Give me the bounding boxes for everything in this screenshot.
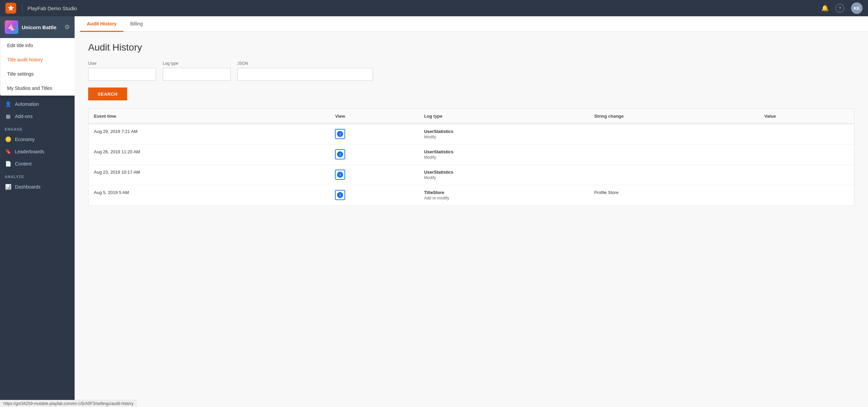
user-avatar[interactable]: KE [851, 2, 863, 14]
info-button[interactable]: i [335, 170, 345, 180]
game-title: Unicorn Battle [22, 24, 64, 30]
cell-log-type: UserStatistics Modify [419, 165, 589, 185]
table-row: Aug 5, 2019 5 AM i TitleStore Add or mod… [88, 185, 854, 206]
cell-string-change [589, 124, 759, 144]
leaderboards-icon: 🔖 [5, 149, 12, 155]
statusbar: https://gm34259-mutable.playfab.com/en-U… [0, 400, 137, 407]
cell-event-time: Aug 29, 2019 7:21 AM [88, 124, 330, 144]
svg-marker-0 [8, 5, 14, 11]
log-type-sub: Modify [424, 135, 584, 139]
sidebar-item-automation[interactable]: 👤 Automation [0, 98, 75, 110]
cell-value [759, 165, 854, 185]
tab-billing[interactable]: Billing [123, 16, 150, 32]
sidebar-item-content[interactable]: 📄 Content [0, 158, 75, 170]
cell-event-time: Aug 26, 2019 11:20 AM [88, 144, 330, 165]
sidebar: 🦄 Unicorn Battle ⚙ Edit title info Title… [0, 16, 75, 407]
search-button[interactable]: SEARCH [88, 88, 127, 100]
cell-value [759, 124, 854, 144]
statusbar-url: https://gm34259-mutable.playfab.com/en-U… [3, 401, 134, 406]
log-type-main: TitleStore [424, 190, 584, 195]
user-filter-group: User [88, 61, 156, 81]
addons-icon: ▦ [5, 113, 12, 119]
cell-string-change [589, 165, 759, 185]
dropdown-my-studios-and-titles[interactable]: My Studios and Titles [0, 81, 75, 95]
dropdown-edit-title-info[interactable]: Edit title info [0, 38, 75, 53]
sidebar-item-economy[interactable]: 🪙 Economy [0, 133, 75, 146]
col-string-change: String change [589, 109, 759, 124]
page-title: Audit History [88, 42, 854, 53]
settings-dropdown: Edit title info Title audit history Titl… [0, 38, 75, 96]
cell-view: i [330, 165, 418, 185]
topbar: PlayFab Demo Studio 🔔 ? KE [0, 0, 868, 16]
tabs-bar: Audit History Billing [75, 16, 868, 32]
info-icon: i [337, 192, 343, 198]
cell-string-change [589, 144, 759, 165]
sidebar-item-automation-label: Automation [15, 101, 39, 107]
cell-log-type: UserStatistics Modify [419, 144, 589, 165]
info-icon: i [337, 172, 343, 178]
engage-section-label: ENGAGE [0, 122, 75, 133]
studio-name: PlayFab Demo Studio [27, 5, 77, 11]
table-row: Aug 29, 2019 7:21 AM i UserStatistics Mo… [88, 124, 854, 144]
log-type-main: UserStatistics [424, 149, 584, 154]
log-type-filter-input[interactable] [163, 68, 231, 81]
app-logo[interactable] [5, 3, 16, 14]
cell-string-change: Profile Store [589, 185, 759, 206]
cell-view: i [330, 185, 418, 206]
sidebar-item-dashboards-label: Dashboards [15, 184, 41, 190]
automation-icon: 👤 [5, 101, 12, 107]
sidebar-item-addons[interactable]: ▦ Add-ons [0, 110, 75, 122]
json-filter-group: JSON [237, 61, 373, 81]
audit-table: Event time View Log type String change V… [88, 109, 854, 206]
layout: 🦄 Unicorn Battle ⚙ Edit title info Title… [0, 16, 868, 407]
dropdown-title-settings[interactable]: Title settings [0, 67, 75, 81]
sidebar-item-content-label: Content [15, 161, 32, 167]
table-row: Aug 26, 2019 11:20 AM i UserStatistics M… [88, 144, 854, 165]
log-type-filter-group: Log type [163, 61, 231, 81]
game-icon: 🦄 [5, 20, 18, 34]
log-type-main: UserStatistics [424, 129, 584, 134]
log-type-sub: Modify [424, 155, 584, 160]
cell-log-type: TitleStore Add or modify [419, 185, 589, 206]
content-area: Audit History User Log type JSON SEARC [75, 32, 868, 407]
cell-view: i [330, 144, 418, 165]
sidebar-item-leaderboards-label: Leaderboards [15, 149, 44, 154]
sidebar-item-leaderboards[interactable]: 🔖 Leaderboards [0, 146, 75, 158]
col-view: View [330, 109, 418, 124]
analyze-section-label: ANALYZE [0, 170, 75, 181]
content-icon: 📄 [5, 161, 12, 167]
info-icon: i [337, 151, 343, 157]
log-type-sub: Modify [424, 175, 584, 180]
gear-icon[interactable]: ⚙ [64, 23, 70, 31]
economy-icon: 🪙 [5, 136, 12, 142]
sidebar-item-addons-label: Add-ons [15, 114, 33, 119]
user-filter-input[interactable] [88, 68, 156, 81]
cell-value [759, 144, 854, 165]
col-event-time: Event time [88, 109, 330, 124]
info-icon: i [337, 131, 343, 137]
col-value: Value [759, 109, 854, 124]
table-row: Aug 23, 2019 10:17 AM i UserStatistics M… [88, 165, 854, 185]
filter-row: User Log type JSON [88, 61, 854, 81]
sidebar-item-economy-label: Economy [15, 137, 35, 142]
user-filter-label: User [88, 61, 156, 66]
dropdown-title-audit-history[interactable]: Title audit history [0, 53, 75, 67]
notification-icon[interactable]: 🔔 [821, 4, 829, 12]
game-header[interactable]: 🦄 Unicorn Battle ⚙ Edit title info Title… [0, 16, 75, 38]
topbar-right: 🔔 ? KE [821, 2, 863, 14]
col-log-type: Log type [419, 109, 589, 124]
info-button[interactable]: i [335, 149, 345, 159]
log-type-sub: Add or modify [424, 196, 584, 200]
log-type-filter-label: Log type [163, 61, 231, 66]
info-button[interactable]: i [335, 129, 345, 139]
help-icon[interactable]: ? [835, 4, 844, 13]
json-filter-input[interactable] [237, 68, 373, 81]
info-button[interactable]: i [335, 190, 345, 200]
tab-audit-history[interactable]: Audit History [80, 16, 123, 32]
sidebar-item-dashboards[interactable]: 📊 Dashboards [0, 181, 75, 193]
json-filter-label: JSON [237, 61, 373, 66]
dashboards-icon: 📊 [5, 184, 12, 190]
main-content: Audit History Billing Audit History User… [75, 16, 868, 407]
cell-view: i [330, 124, 418, 144]
cell-event-time: Aug 5, 2019 5 AM [88, 185, 330, 206]
